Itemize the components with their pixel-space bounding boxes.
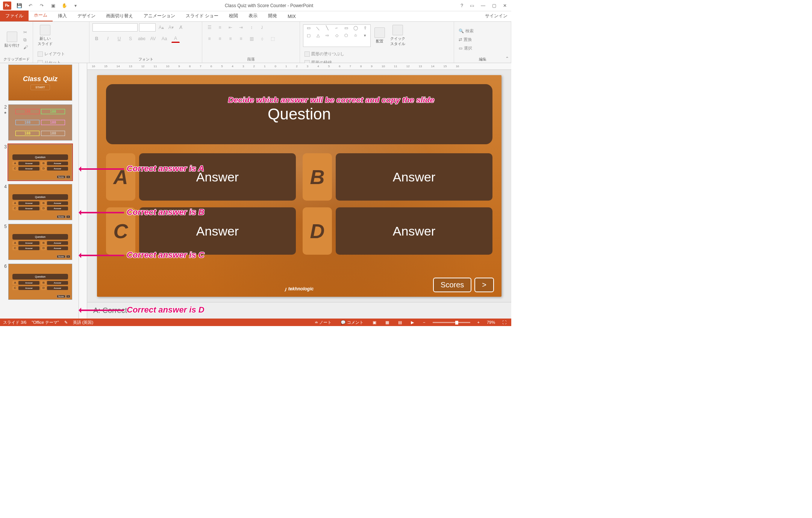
answer-b[interactable]: Answer	[336, 153, 492, 201]
collapse-ribbon-icon[interactable]: ⌃	[505, 56, 509, 61]
shape-line2-icon[interactable]: ╲	[323, 26, 332, 32]
answer-a[interactable]: Answer	[139, 153, 296, 201]
shape-rect-icon[interactable]: ▭	[342, 26, 351, 32]
shape-diamond-icon[interactable]: ◇	[332, 33, 341, 40]
scores-button[interactable]: Scores	[433, 278, 471, 292]
decrease-font-icon[interactable]: A▾	[167, 23, 175, 32]
numbering-icon[interactable]: ≡	[216, 23, 224, 32]
save-icon[interactable]: 💾	[16, 2, 23, 9]
zoom-in-button[interactable]: +	[476, 320, 482, 325]
start-slideshow-icon[interactable]: ▣	[50, 2, 56, 9]
view-normal-icon[interactable]: ▣	[371, 320, 378, 325]
redo-icon[interactable]: ↷	[38, 2, 45, 9]
strikethrough-button[interactable]: abc	[138, 35, 146, 43]
view-sorter-icon[interactable]: ▦	[383, 320, 391, 325]
shape-fill-button[interactable]: 図形の塗りつぶし	[303, 50, 346, 57]
layout-button[interactable]: レイアウト	[36, 50, 67, 57]
notes-pane[interactable]: A: Correct	[87, 302, 511, 319]
letter-d[interactable]: D	[303, 207, 332, 255]
align-center-icon[interactable]: ≡	[216, 35, 224, 43]
align-right-icon[interactable]: ≡	[226, 35, 235, 43]
shape-line-icon[interactable]: ＼	[314, 26, 322, 32]
arrange-button[interactable]: 配置	[373, 26, 386, 45]
italic-button[interactable]: I	[104, 35, 112, 43]
bold-button[interactable]: B	[92, 35, 101, 43]
answer-d[interactable]: Answer	[336, 207, 492, 255]
shape-more-icon[interactable]: ▾	[361, 33, 370, 40]
slide-thumbnails-panel[interactable]: Class Quiz START 2★ 188 188 188 188 188 …	[0, 63, 79, 319]
minimize-button[interactable]: —	[481, 3, 485, 8]
tab-slideshow[interactable]: スライド ショー	[180, 11, 224, 21]
find-button[interactable]: 🔍検索	[457, 27, 475, 35]
font-family-select[interactable]	[92, 23, 138, 32]
tab-transitions[interactable]: 画面切り替え	[101, 11, 138, 21]
status-notes-button[interactable]: ≐ ノート	[313, 320, 333, 325]
shape-triangle-icon[interactable]: △	[314, 33, 322, 40]
increase-indent-icon[interactable]: ⇥	[237, 23, 245, 32]
close-button[interactable]: ✕	[503, 3, 507, 8]
tab-developer[interactable]: 開発	[263, 11, 282, 21]
font-color-button[interactable]: A	[171, 35, 180, 43]
text-direction-icon[interactable]: ⤸	[258, 23, 266, 32]
paste-button[interactable]: 貼り付け	[3, 30, 21, 50]
shapes-gallery[interactable]: ▭＼╲⌐▭◯⇧ ▢△⇨◇⬠☆▾	[303, 24, 371, 47]
question-box[interactable]: Question	[106, 84, 492, 144]
letter-b[interactable]: B	[303, 153, 332, 201]
copy-icon[interactable]: ⧉	[23, 37, 28, 42]
bullets-icon[interactable]: ☰	[205, 23, 214, 32]
smartart-icon[interactable]: ⬚	[268, 35, 277, 43]
new-slide-button[interactable]: 新しい スライド	[36, 23, 54, 48]
zoom-slider[interactable]	[433, 322, 470, 323]
slide-thumbnail-6[interactable]: Question AAnswerBAnswer CAnswerDAnswer S…	[8, 264, 72, 300]
font-size-select[interactable]	[139, 23, 156, 32]
cut-icon[interactable]: ✂	[23, 30, 28, 35]
maximize-button[interactable]: ▢	[492, 3, 496, 8]
shape-callout-icon[interactable]: ⬠	[342, 33, 351, 40]
answer-c[interactable]: Answer	[139, 207, 296, 255]
slide-thumbnail-4[interactable]: Question AAnswerBAnswer CAnswerDAnswer S…	[8, 184, 72, 220]
clear-formatting-icon[interactable]: A̸	[177, 23, 185, 32]
line-spacing-icon[interactable]: ↕	[247, 23, 256, 32]
slide-thumbnail-3[interactable]: Question AAnswerBAnswer CAnswerDAnswer S…	[8, 144, 72, 180]
format-painter-icon[interactable]: 🖌	[23, 45, 28, 50]
help-button[interactable]: ?	[461, 3, 463, 8]
tab-file[interactable]: ファイル	[0, 11, 29, 21]
zoom-out-button[interactable]: −	[421, 320, 427, 325]
status-comments-button[interactable]: 💬 コメント	[339, 320, 365, 325]
slide-thumbnail-1[interactable]: Class Quiz START	[8, 65, 72, 101]
shape-arrow-r-icon[interactable]: ⇨	[323, 33, 332, 40]
replace-button[interactable]: ⇄置換	[457, 36, 475, 43]
align-left-icon[interactable]: ≡	[205, 35, 214, 43]
slide-thumbnail-5[interactable]: Question AAnswerBAnswer CAnswerDAnswer S…	[8, 224, 72, 260]
shape-arrow-up-icon[interactable]: ⇧	[361, 26, 370, 32]
shape-star-icon[interactable]: ☆	[351, 33, 360, 40]
change-case-button[interactable]: Aa	[160, 35, 168, 43]
status-spellcheck-icon[interactable]: ✎	[64, 320, 68, 325]
zoom-level[interactable]: 79%	[487, 320, 495, 325]
decrease-indent-icon[interactable]: ⇤	[226, 23, 235, 32]
char-spacing-button[interactable]: AV	[149, 35, 157, 43]
tab-insert[interactable]: 挿入	[53, 11, 72, 21]
slide-canvas[interactable]: Question A Answer B Answer C Answer	[97, 75, 501, 297]
shape-oval-icon[interactable]: ◯	[351, 26, 360, 32]
fit-to-window-icon[interactable]: ⛶	[500, 320, 508, 325]
quick-styles-button[interactable]: クイック スタイル	[389, 23, 407, 48]
shape-connector-icon[interactable]: ⌐	[332, 26, 341, 32]
letter-a[interactable]: A	[106, 153, 135, 201]
status-language[interactable]: 英語 (英国)	[73, 320, 93, 325]
undo-icon[interactable]: ↶	[27, 2, 34, 9]
align-text-icon[interactable]: ⎀	[258, 35, 266, 43]
letter-c[interactable]: C	[106, 207, 135, 255]
view-reading-icon[interactable]: ▤	[396, 320, 404, 325]
text-shadow-button[interactable]: S	[126, 35, 135, 43]
view-slideshow-icon[interactable]: ▶	[409, 320, 416, 325]
increase-font-icon[interactable]: A▴	[157, 23, 165, 32]
touch-mode-icon[interactable]: ✋	[61, 2, 68, 9]
tab-design[interactable]: デザイン	[72, 11, 101, 21]
shape-rrect-icon[interactable]: ▢	[304, 33, 313, 40]
justify-icon[interactable]: ≡	[237, 35, 245, 43]
tab-home[interactable]: ホーム	[29, 10, 53, 21]
ribbon-options-button[interactable]: ▭	[470, 3, 474, 8]
signin-link[interactable]: サインイン	[481, 11, 511, 21]
shape-textbox-icon[interactable]: ▭	[304, 26, 313, 32]
